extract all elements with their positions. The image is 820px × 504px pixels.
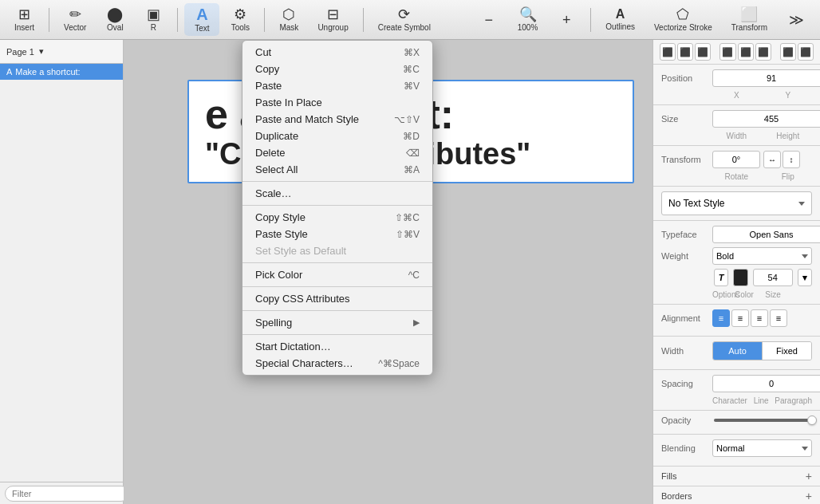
borders-row[interactable]: Borders + — [653, 486, 820, 504]
zoom-minus-button[interactable]: − — [471, 10, 507, 30]
align-center-icon[interactable]: ⬛ — [677, 43, 693, 61]
r-button[interactable]: ▣ R — [136, 4, 171, 35]
text-align-right-button[interactable]: ≡ — [751, 309, 768, 327]
layers-area: A Make a shortcut: — [0, 64, 123, 482]
align-left-icon[interactable]: ⬛ — [660, 43, 676, 61]
toolbar: ⊞ Insert ✏ Vector ⬤ Oval ▣ R A Text ⚙ To… — [0, 0, 820, 40]
menu-item-cut[interactable]: Cut ⌘X — [242, 44, 432, 61]
menu-item-copy[interactable]: Copy ⌘C — [242, 61, 432, 77]
page-label: Page 1 — [6, 47, 34, 57]
character-spacing-input[interactable] — [712, 375, 820, 392]
text-align-center-button[interactable]: ≡ — [731, 309, 749, 327]
menu-item-set-style-default-label: Set Style as Default — [255, 245, 346, 257]
create-symbol-button[interactable]: ⟳ Create Symbol — [370, 4, 439, 35]
align-bottom-icon[interactable]: ⬛ — [755, 43, 771, 61]
create-symbol-label: Create Symbol — [378, 23, 431, 32]
layer-item[interactable]: A Make a shortcut: — [0, 64, 123, 80]
menu-item-paste-match-style-label: Paste and Match Style — [255, 113, 359, 125]
menu-item-copy-css[interactable]: Copy CSS Attributes — [242, 290, 432, 307]
spacing-row: Spacing — [661, 375, 812, 392]
tools-icon: ⚙ — [234, 7, 246, 22]
fixed-width-button[interactable]: Fixed — [762, 342, 811, 360]
distribute-h-icon[interactable]: ⬛ — [780, 43, 796, 61]
mask-button[interactable]: ⬡ Mask — [271, 4, 306, 35]
menu-item-scale-label: Scale… — [255, 187, 292, 199]
menu-item-special-chars-shortcut: ^⌘Space — [378, 358, 420, 369]
menu-item-paste-style[interactable]: Paste Style ⇧⌘V — [242, 226, 432, 242]
menu-item-scale[interactable]: Scale… — [242, 185, 432, 202]
toolbar-sep-3 — [264, 8, 265, 32]
menu-item-pick-color-shortcut: ^C — [408, 270, 420, 281]
font-size-input[interactable] — [753, 269, 793, 286]
menu-item-special-chars[interactable]: Special Characters… ^⌘Space — [242, 355, 432, 372]
menu-item-pick-color[interactable]: Pick Color ^C — [242, 266, 432, 283]
filter-input[interactable] — [5, 486, 129, 502]
panel-transform-section: Transform ↔ ↕ Rotate Flip — [653, 146, 820, 187]
blending-dropdown[interactable]: Normal — [712, 439, 812, 457]
text-style-dropdown[interactable]: No Text Style — [661, 191, 812, 215]
text-align-left-button[interactable]: ≡ — [712, 309, 730, 327]
rotate-label: Rotate — [712, 172, 761, 181]
menu-item-select-all[interactable]: Select All ⌘A — [242, 161, 432, 178]
menu-item-spelling-label: Spelling — [255, 317, 292, 329]
text-align-justify-button[interactable]: ≡ — [770, 309, 787, 327]
vector-button[interactable]: ✏ Vector — [56, 4, 94, 35]
align-middle-icon[interactable]: ⬛ — [738, 43, 754, 61]
menu-sep-3 — [242, 262, 432, 263]
align-right-icon[interactable]: ⬛ — [695, 43, 711, 61]
menu-item-paste-in-place-label: Paste In Place — [255, 96, 322, 108]
menu-item-paste-match-style[interactable]: Paste and Match Style ⌥⇧V — [242, 111, 432, 128]
typeface-input[interactable] — [712, 226, 820, 243]
menu-item-paste[interactable]: Paste ⌘V — [242, 77, 432, 94]
outlines-button[interactable]: A Outlines — [597, 5, 643, 34]
rotate-input[interactable] — [712, 151, 760, 168]
zoom-level-button[interactable]: 🔍 100% — [510, 4, 546, 35]
size-label2: Size — [757, 290, 789, 299]
menu-sep-4 — [242, 286, 432, 287]
auto-width-button[interactable]: Auto — [713, 342, 762, 360]
opacity-slider[interactable] — [714, 419, 817, 422]
panel-typeface-section: Typeface Weight Bold T ▾ Options Color — [653, 221, 820, 305]
paragraph-label: Paragraph — [775, 396, 812, 405]
width-input[interactable] — [712, 110, 820, 128]
alignment-row: Alignment ≡ ≡ ≡ ≡ — [661, 309, 812, 327]
x-input[interactable] — [712, 69, 820, 87]
position-row: Position — [661, 69, 812, 87]
align-top-icon[interactable]: ⬛ — [719, 43, 735, 61]
menu-item-copy-style-label: Copy Style — [255, 211, 306, 223]
more-button[interactable]: ≫ — [779, 10, 814, 30]
weight-label: Weight — [661, 251, 709, 261]
menu-item-start-dictation[interactable]: Start Dictation… — [242, 338, 432, 355]
transform-button[interactable]: ⬜ Transform — [723, 4, 775, 35]
toolbar-sep-2 — [177, 8, 178, 32]
page-selector[interactable]: Page 1 ▾ — [0, 40, 123, 64]
font-size-stepper[interactable]: ▾ — [798, 269, 812, 286]
tools-button[interactable]: ⚙ Tools — [223, 4, 258, 35]
menu-item-copy-style[interactable]: Copy Style ⇧⌘C — [242, 209, 432, 226]
flip-v-button[interactable]: ↕ — [783, 151, 800, 168]
flip-h-button[interactable]: ↔ — [763, 151, 781, 168]
weight-dropdown[interactable]: Bold — [712, 247, 812, 265]
blending-row: Blending Normal — [661, 439, 812, 457]
text-button[interactable]: A Text — [184, 3, 219, 36]
zoom-plus-button[interactable]: + — [549, 10, 584, 30]
insert-button[interactable]: ⊞ Insert — [6, 4, 42, 35]
fills-add-icon[interactable]: + — [806, 471, 812, 482]
menu-item-duplicate[interactable]: Duplicate ⌘D — [242, 128, 432, 144]
distribute-v-icon[interactable]: ⬛ — [798, 43, 814, 61]
borders-add-icon[interactable]: + — [806, 490, 812, 502]
oval-button[interactable]: ⬤ Oval — [97, 4, 132, 35]
size-sub-labels: Width Height — [661, 132, 812, 140]
menu-item-spelling[interactable]: Spelling ▶ — [242, 314, 432, 331]
flip-label: Flip — [764, 172, 813, 181]
ungroup-button[interactable]: ⊟ Ungroup — [309, 4, 356, 35]
canvas-area[interactable]: e a shortcut: "Copy CSS Attributes" Cut … — [124, 40, 652, 504]
fills-row[interactable]: Fills + — [653, 467, 820, 486]
vectorize-stroke-button[interactable]: ⬠ Vectorize Stroke — [646, 4, 720, 35]
menu-item-select-all-shortcut: ⌘A — [404, 164, 420, 175]
menu-item-paste-in-place[interactable]: Paste In Place — [242, 94, 432, 111]
menu-item-delete[interactable]: Delete ⌫ — [242, 144, 432, 161]
toolbar-sep-1 — [49, 8, 49, 32]
color-swatch[interactable] — [733, 269, 747, 286]
text-style-button[interactable]: T — [714, 269, 728, 286]
